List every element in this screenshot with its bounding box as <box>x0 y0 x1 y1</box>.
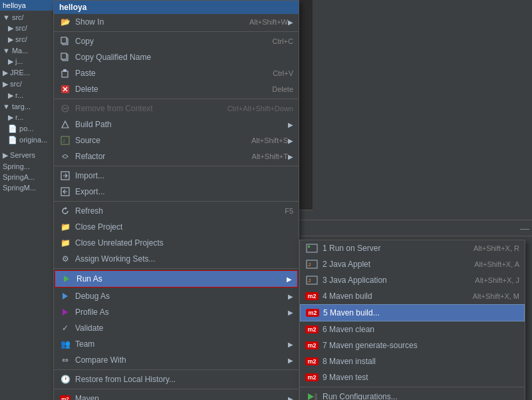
compare-icon: ⇔ <box>59 355 71 365</box>
menu-item-label: Show In <box>75 17 236 27</box>
menu-item-assign-working-sets[interactable]: ⚙ Assign Working Sets... <box>54 251 299 267</box>
menu-separator <box>54 201 299 202</box>
submenu-shortcut: Alt+Shift+X, A <box>474 260 519 268</box>
menu-item-refresh[interactable]: Refresh F5 <box>54 203 299 219</box>
menu-item-source[interactable]: J Source Alt+Shift+S ▶ <box>54 132 299 148</box>
team-icon: 👥 <box>59 339 71 349</box>
menu-item-label: Restore from Local History... <box>75 375 293 384</box>
menu-item-paste[interactable]: Paste Ctrl+V <box>54 65 299 81</box>
left-panel-item[interactable]: ▶ src/ <box>0 79 59 90</box>
menu-item-copy[interactable]: Copy Ctrl+C <box>54 33 299 49</box>
m2-icon: m2 <box>305 372 319 383</box>
m2-badge: m2 <box>305 373 318 381</box>
menu-item-copy-qualified[interactable]: Copy Qualified Name <box>54 49 299 65</box>
menu-item-label: Profile As <box>75 307 288 317</box>
menu-item-refactor[interactable]: Refactor Alt+Shift+T ▶ <box>54 148 299 164</box>
m2-icon: m2 <box>305 340 319 351</box>
arrow-icon: ▶ <box>288 19 293 26</box>
server-icon <box>305 243 319 254</box>
left-panel-item[interactable]: 📄 origina... <box>0 134 59 146</box>
menu-item-debug-as[interactable]: Debug As ▶ <box>54 288 299 304</box>
menu-item-label: Remove from Context <box>75 104 214 113</box>
menu-item-label: Copy Qualified Name <box>75 53 293 62</box>
svg-text:J: J <box>308 278 311 284</box>
m2-badge: m2 <box>305 341 318 349</box>
menu-shortcut: F5 <box>285 207 293 215</box>
left-panel-item[interactable]: ▼ Ma... <box>0 45 59 56</box>
submenu-shortcut: Alt+Shift+X, R <box>473 244 519 252</box>
m2-badge: m2 <box>305 325 318 333</box>
left-panel-item[interactable]: ▶ src/ <box>0 23 59 34</box>
left-panel-item[interactable]: SpringM... <box>0 182 59 193</box>
arrow-icon: ▶ <box>288 357 293 364</box>
menu-item-delete[interactable]: Delete Delete <box>54 81 299 97</box>
submenu-item-run-configurations[interactable]: Run Configurations... <box>300 389 525 400</box>
submenu-item-java-application[interactable]: J 3 Java Application Alt+Shift+X, J <box>300 272 525 288</box>
java-application-icon: J <box>305 275 319 286</box>
profile-icon <box>59 307 71 317</box>
left-panel-item[interactable]: ▶ Servers <box>0 150 59 161</box>
submenu-item-maven-generate-sources[interactable]: m2 7 Maven generate-sources <box>300 337 525 353</box>
submenu-shortcut: Alt+Shift+X, M <box>473 292 519 300</box>
svg-marker-15 <box>65 207 67 210</box>
left-panel-item[interactable]: 📄 po... <box>0 123 59 134</box>
submenu-item-run-on-server[interactable]: 1 Run on Server Alt+Shift+X, R <box>300 240 525 256</box>
svg-marker-25 <box>308 393 314 400</box>
menu-item-label: Team <box>75 339 288 349</box>
left-panel-item[interactable]: ▶ JRE... <box>0 67 59 79</box>
left-panel-item[interactable]: ▼ src/ <box>0 12 59 23</box>
left-panel-item[interactable]: Spring... <box>0 161 59 172</box>
menu-item-profile-as[interactable]: Profile As ▶ <box>54 304 299 320</box>
svg-rect-3 <box>61 53 66 59</box>
submenu-item-label: 2 Java Applet <box>323 260 474 269</box>
menu-item-label: Refactor <box>75 152 239 161</box>
copy-icon <box>59 36 71 47</box>
menu-item-show-in[interactable]: 📂 Show In Alt+Shift+W ▶ <box>54 14 299 30</box>
menu-item-validate[interactable]: ✓ Validate <box>54 320 299 336</box>
config-icon <box>305 391 319 400</box>
menu-shortcut: Ctrl+Alt+Shift+Down <box>227 104 293 112</box>
submenu-item-label: 8 Maven install <box>323 357 519 366</box>
menu-item-label: Close Unrelated Projects <box>75 238 293 248</box>
left-panel-item[interactable]: SpringA... <box>0 172 59 182</box>
m2-icon: m2 <box>306 307 319 318</box>
left-panel-item[interactable]: ▶ r... <box>0 112 59 123</box>
panel-minimize[interactable]: — <box>520 223 529 234</box>
menu-item-close-project[interactable]: 📁 Close Project <box>54 219 299 235</box>
submenu-item-maven-test[interactable]: m2 9 Maven test <box>300 369 525 385</box>
left-panel-item[interactable]: ▶ src/ <box>0 34 59 45</box>
submenu-item-label: 1 Run on Server <box>323 244 473 253</box>
submenu-item-maven-install[interactable]: m2 8 Maven install <box>300 353 525 369</box>
menu-item-label: Copy <box>75 37 259 46</box>
menu-item-run-as[interactable]: Run As ▶ <box>55 270 298 288</box>
submenu-item-java-applet[interactable]: J 2 Java Applet Alt+Shift+X, A <box>300 256 525 272</box>
menu-item-restore[interactable]: 🕐 Restore from Local History... <box>54 371 299 387</box>
submenu-item-label: 5 Maven build... <box>323 308 519 317</box>
menu-item-compare[interactable]: ⇔ Compare With ▶ <box>54 352 299 368</box>
m2-icon: m2 <box>305 324 319 335</box>
refresh-icon <box>59 206 71 216</box>
submenu-item-maven-clean[interactable]: m2 6 Maven clean <box>300 321 525 337</box>
menu-item-close-unrelated[interactable]: 📁 Close Unrelated Projects <box>54 235 299 251</box>
arrow-icon: ▶ <box>288 395 293 401</box>
menu-item-export[interactable]: Export... <box>54 184 299 200</box>
menu-item-build-path[interactable]: Build Path ▶ <box>54 116 299 132</box>
submenu-item-label: 7 Maven generate-sources <box>323 341 519 350</box>
left-panel-item[interactable]: ▶ r... <box>0 90 59 101</box>
menu-item-team[interactable]: 👥 Team ▶ <box>54 336 299 352</box>
svg-text:J: J <box>308 262 311 268</box>
submenu-item-label: Run Configurations... <box>323 392 519 400</box>
assign-icon: ⚙ <box>59 254 71 264</box>
menu-item-label: Run As <box>76 274 287 284</box>
arrow-icon: ▶ <box>288 309 293 316</box>
menu-item-label: Debug As <box>75 292 288 301</box>
svg-text:J: J <box>63 138 65 143</box>
menu-item-import[interactable]: Import... <box>54 168 299 184</box>
show-in-icon: 📂 <box>59 17 71 27</box>
left-panel-item[interactable]: ▶ j... <box>0 56 59 67</box>
menu-item-maven[interactable]: m2 Maven ▶ <box>54 391 299 400</box>
submenu-item-maven-build[interactable]: m2 4 Maven build Alt+Shift+X, M <box>300 288 525 304</box>
submenu-item-maven-build-ellipsis[interactable]: m2 5 Maven build... <box>300 304 525 321</box>
arrow-icon: ▶ <box>287 276 292 283</box>
left-panel-item[interactable]: ▼ targ... <box>0 101 59 112</box>
